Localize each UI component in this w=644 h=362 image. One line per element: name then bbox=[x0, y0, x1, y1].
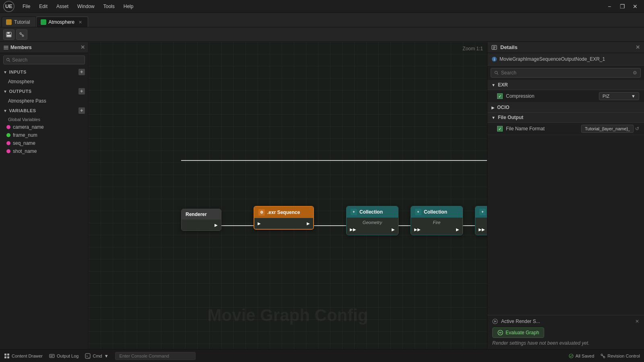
svg-line-23 bbox=[497, 73, 498, 74]
menu-help[interactable]: Help bbox=[120, 2, 138, 11]
menu-file[interactable]: File bbox=[19, 2, 34, 11]
outputs-add-button[interactable]: + bbox=[78, 88, 85, 95]
tab-tutorial-icon bbox=[6, 19, 12, 25]
cmd-label: Cmd bbox=[93, 354, 102, 358]
svg-point-26 bbox=[498, 330, 503, 335]
sidebar-title: Members bbox=[10, 45, 32, 50]
output-log-button[interactable]: Output Log bbox=[49, 353, 78, 359]
node-collection-mist[interactable]: + Collecti... Mist ▶▶ ▶ bbox=[475, 206, 487, 235]
variables-add-button[interactable]: + bbox=[78, 107, 85, 114]
evaluate-icon bbox=[497, 330, 503, 335]
source-control-button[interactable] bbox=[16, 29, 27, 40]
prop-fnf-input[interactable] bbox=[581, 125, 634, 133]
details-search-input[interactable] bbox=[501, 70, 630, 76]
evaluate-graph-button[interactable]: Evaluate Graph bbox=[492, 327, 544, 338]
revision-control-button[interactable]: Revision Control bbox=[601, 354, 640, 358]
menu-window[interactable]: Window bbox=[73, 2, 99, 11]
prop-compression-dropdown[interactable]: PIZ ▼ bbox=[599, 92, 639, 100]
svg-point-38 bbox=[603, 356, 605, 358]
node-coll-geo-out-port[interactable]: ▶ bbox=[392, 227, 395, 232]
node-coll-fire-label: Collection bbox=[424, 209, 447, 215]
section-inputs[interactable]: ▼ INPUTS + bbox=[0, 67, 88, 77]
source-control-icon bbox=[19, 32, 25, 37]
prop-compression-dropdown-value: PIZ bbox=[603, 94, 609, 99]
node-coll-fire-in-port[interactable]: ▶▶ bbox=[414, 227, 421, 232]
members-icon bbox=[3, 45, 9, 50]
details-settings-icon[interactable]: ⚙ bbox=[633, 70, 637, 76]
node-exr-in-port[interactable]: ▶ bbox=[258, 221, 261, 226]
section-outputs[interactable]: ▼ OUTPUTS + bbox=[0, 86, 88, 97]
tab-tutorial[interactable]: Tutorial bbox=[2, 16, 36, 27]
node-exr-label: .exr Sequence bbox=[267, 210, 300, 215]
sidebar-close[interactable]: ✕ bbox=[80, 44, 85, 50]
render-panel-title: Active Render S... ✕ bbox=[492, 319, 639, 324]
details-close[interactable]: ✕ bbox=[636, 44, 640, 50]
global-variables-header: Global Variables bbox=[0, 116, 88, 123]
node-exr-header: ⚙ .exr Sequence bbox=[254, 207, 313, 218]
svg-text:>_: >_ bbox=[86, 354, 90, 358]
cmd-dropdown[interactable]: >_ Cmd ▼ bbox=[85, 353, 108, 359]
console-command-input[interactable] bbox=[115, 352, 196, 360]
inputs-chevron: ▼ bbox=[3, 70, 7, 74]
menu-asset[interactable]: Asset bbox=[52, 2, 72, 11]
graph-canvas[interactable]: Zoom 1:1 Renderer ▶ bbox=[89, 42, 487, 349]
node-coll-fire-out-port[interactable]: ▶ bbox=[456, 227, 459, 232]
var-shot-name[interactable]: shot_name bbox=[0, 147, 88, 155]
node-exr-sequence[interactable]: ⚙ .exr Sequence ▶ ▶ bbox=[254, 206, 314, 230]
close-button[interactable]: ✕ bbox=[630, 2, 641, 11]
prop-fnf-reset-icon[interactable]: ↺ bbox=[635, 126, 639, 132]
node-coll-geo-in-port[interactable]: ▶▶ bbox=[350, 227, 356, 232]
var-camera-name-label: camera_name bbox=[13, 124, 44, 130]
details-node-name: MovieGraphImageSequenceOutputNode_EXR_1 bbox=[500, 56, 605, 62]
render-panel-icon bbox=[492, 319, 498, 324]
node-coll-geo-sublabel: Geometry bbox=[347, 219, 398, 226]
content-drawer-button[interactable]: Content Drawer bbox=[4, 353, 43, 359]
sidebar-item-atmosphere-pass[interactable]: Atmosphere Pass bbox=[0, 97, 88, 105]
svg-rect-2 bbox=[7, 35, 11, 37]
var-frame-num[interactable]: frame_num bbox=[0, 131, 88, 139]
svg-point-4 bbox=[22, 35, 24, 37]
node-collection-fire[interactable]: + Collection Fire ▶▶ ▶ bbox=[411, 206, 463, 235]
render-panel-close[interactable]: ✕ bbox=[635, 319, 639, 324]
prop-compression-check[interactable]: ✓ bbox=[497, 93, 503, 99]
main-layout: Members ✕ ▼ INPUTS + Atmosphere ▼ OUTPUT… bbox=[0, 42, 644, 349]
node-collection-geometry[interactable]: + Collection Geometry ▶▶ ▶ bbox=[346, 206, 398, 235]
prop-file-name-format: ✓ File Name Format ↺ bbox=[487, 123, 644, 135]
sidebar-item-atmosphere[interactable]: Atmosphere bbox=[0, 77, 88, 86]
var-camera-name[interactable]: camera_name bbox=[0, 123, 88, 131]
svg-line-10 bbox=[9, 60, 10, 62]
revision-control-label: Revision Control bbox=[607, 354, 640, 358]
node-coll-geo-icon: + bbox=[351, 209, 357, 215]
menu-edit[interactable]: Edit bbox=[35, 2, 52, 11]
svg-marker-25 bbox=[494, 320, 497, 323]
tab-atmosphere[interactable]: Atmosphere ✕ bbox=[36, 16, 89, 27]
node-exr-out-port[interactable]: ▶ bbox=[307, 221, 310, 226]
render-note: Render settings have not been evaluated … bbox=[492, 340, 639, 346]
section-exr[interactable]: ▼ EXR bbox=[487, 80, 644, 90]
restore-button[interactable]: ❐ bbox=[617, 2, 628, 11]
svg-rect-29 bbox=[4, 356, 6, 358]
node-coll-mist-sublabel: Mist bbox=[475, 219, 487, 226]
search-input[interactable] bbox=[12, 57, 82, 63]
section-file-output[interactable]: ▼ File Output bbox=[487, 113, 644, 123]
var-shot-name-label: shot_name bbox=[13, 148, 37, 154]
inputs-add-button[interactable]: + bbox=[78, 69, 85, 75]
svg-line-5 bbox=[21, 34, 23, 35]
zoom-indicator: Zoom 1:1 bbox=[462, 46, 483, 51]
section-ocio[interactable]: ▶ OCIO bbox=[487, 103, 644, 113]
node-coll-mist-in-port[interactable]: ▶▶ bbox=[479, 227, 485, 232]
ocio-chevron: ▶ bbox=[491, 105, 495, 110]
section-variables[interactable]: ▼ VARIABLES + bbox=[0, 105, 88, 116]
node-renderer[interactable]: Renderer ▶ bbox=[181, 209, 221, 231]
menu-tools[interactable]: Tools bbox=[99, 2, 119, 11]
var-frame-num-label: frame_num bbox=[13, 132, 37, 138]
save-button[interactable] bbox=[3, 29, 14, 40]
prop-fnf-check[interactable]: ✓ bbox=[497, 126, 503, 132]
node-coll-fire-header: + Collection bbox=[411, 206, 462, 218]
node-renderer-out-port[interactable]: ▶ bbox=[215, 223, 218, 227]
minimize-button[interactable]: − bbox=[604, 2, 615, 11]
var-seq-name[interactable]: seq_name bbox=[0, 139, 88, 147]
node-coll-fire-icon: + bbox=[415, 209, 421, 215]
svg-text:i: i bbox=[494, 57, 495, 62]
tab-atmosphere-close[interactable]: ✕ bbox=[78, 20, 82, 25]
